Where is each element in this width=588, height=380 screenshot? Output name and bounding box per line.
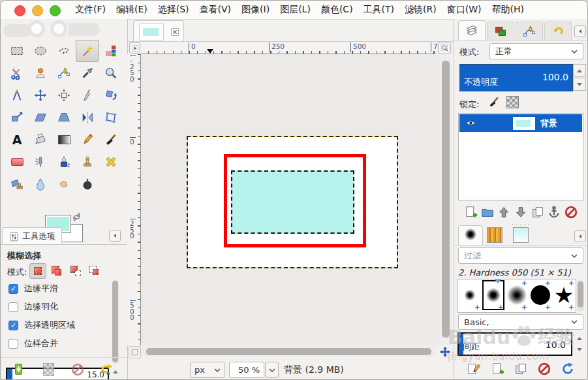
tool-shear[interactable]	[29, 106, 52, 129]
spacing-slider[interactable]: 间距 10.0	[457, 332, 572, 356]
tool-free-select[interactable]	[52, 40, 76, 62]
layer-row[interactable]: 背景	[459, 114, 582, 132]
layer-mode-dropdown[interactable]: 正常	[489, 43, 583, 59]
raise-layer-icon[interactable]	[497, 205, 511, 219]
unit-dropdown[interactable]: px	[190, 362, 225, 378]
opacity-spin-down[interactable]	[573, 78, 586, 91]
new-layer-icon[interactable]	[463, 205, 478, 219]
menu-help[interactable]: 帮助(H)	[487, 4, 529, 16]
tool-text[interactable]: A	[5, 129, 29, 151]
canvas-viewport[interactable]	[141, 54, 440, 345]
brush-soft-2[interactable]: ++	[505, 279, 529, 311]
checkbox-1[interactable]	[8, 302, 18, 312]
tool-cage-transform[interactable]	[99, 106, 123, 129]
lock-pixels-icon[interactable]	[487, 95, 501, 109]
brush-grid-scrollbar[interactable]	[577, 280, 584, 311]
horizontal-scrollbar[interactable]	[141, 346, 436, 356]
reset-tool-options-icon[interactable]	[99, 362, 115, 377]
tool-perspective-clone[interactable]	[5, 173, 29, 195]
tab-undo-history[interactable]	[544, 22, 572, 40]
brush-star-4[interactable]: ★++	[552, 279, 576, 311]
quick-mask-toggle[interactable]	[129, 346, 141, 358]
maximize-button[interactable]	[50, 5, 61, 16]
select-mode-intersect[interactable]	[86, 263, 103, 279]
tool-crop[interactable]	[76, 84, 99, 106]
lock-alpha-icon[interactable]	[506, 96, 519, 108]
tool-scissors-select[interactable]	[5, 62, 29, 84]
restore-tool-preset-icon[interactable]	[40, 362, 56, 377]
tool-options-scrollbar[interactable]	[112, 280, 119, 364]
close-button[interactable]	[14, 5, 25, 16]
new-group-icon[interactable]	[480, 205, 495, 219]
refresh-brushes-icon[interactable]	[560, 361, 576, 377]
tool-gradient[interactable]	[52, 129, 76, 151]
close-icon[interactable]	[169, 26, 180, 37]
delete-layer-icon[interactable]	[564, 205, 578, 219]
tool-clone[interactable]	[76, 151, 99, 173]
tool-perspective[interactable]	[52, 106, 76, 129]
tool-scale[interactable]	[5, 106, 29, 129]
delete-tool-preset-icon[interactable]	[70, 362, 85, 377]
menu-file[interactable]: 文件(F)	[70, 4, 111, 16]
tool-flip[interactable]	[76, 106, 99, 129]
tool-ink[interactable]	[52, 151, 76, 173]
spacing-spin-down[interactable]	[574, 345, 585, 355]
tool-eraser[interactable]	[5, 151, 29, 173]
anchor-layer-icon[interactable]	[547, 205, 561, 219]
menu-edit[interactable]: 编辑(E)	[111, 4, 153, 16]
tool-rectangle-select[interactable]	[5, 40, 29, 62]
tab-paths[interactable]	[516, 22, 543, 40]
collapse-layers-dock-button[interactable]	[574, 25, 586, 37]
tool-ellipse-select[interactable]	[29, 40, 52, 62]
brush-hard-3[interactable]: ++	[529, 279, 552, 311]
tab-tool-options[interactable]: 工具选项	[2, 227, 62, 245]
collapse-brushes-dock-button[interactable]	[574, 230, 586, 242]
tool-smudge[interactable]	[52, 173, 76, 195]
swap-colors-icon[interactable]	[71, 212, 82, 222]
tool-move[interactable]	[29, 84, 52, 106]
spacing-spin-up[interactable]	[574, 334, 585, 343]
brush-soft-1[interactable]: +	[482, 279, 505, 311]
tool-align[interactable]	[52, 84, 76, 106]
menu-image[interactable]: 图像(I)	[236, 4, 275, 16]
menu-filters[interactable]: 滤镜(R)	[399, 4, 442, 16]
tool-fuzzy-select[interactable]	[76, 40, 99, 62]
tab-gradients[interactable]	[510, 227, 531, 245]
tool-airbrush[interactable]	[29, 151, 52, 173]
tab-layers[interactable]	[458, 20, 486, 40]
visibility-eye-icon[interactable]	[465, 118, 476, 129]
tab-brushes[interactable]	[458, 225, 483, 245]
tab-patterns[interactable]	[484, 227, 505, 245]
brush-filter-input[interactable]: 过滤	[458, 247, 583, 264]
tool-paintbrush[interactable]	[99, 129, 123, 151]
tool-pencil[interactable]	[76, 129, 99, 151]
select-mode-replace[interactable]	[29, 263, 46, 279]
duplicate-layer-icon[interactable]	[531, 205, 545, 219]
image-tab[interactable]	[133, 20, 184, 42]
tab-channels[interactable]	[487, 22, 514, 40]
menu-select[interactable]: 选择(S)	[153, 4, 194, 16]
lower-layer-icon[interactable]	[514, 205, 528, 219]
tool-blur-sharpen[interactable]	[29, 173, 52, 195]
tool-foreground-select[interactable]	[29, 62, 52, 84]
opacity-spin-up[interactable]	[573, 64, 586, 77]
delete-brush-icon[interactable]	[536, 361, 552, 377]
tool-color-picker[interactable]	[76, 62, 99, 84]
new-brush-icon[interactable]	[489, 361, 505, 377]
ruler-corner-menu-button[interactable]	[129, 42, 140, 54]
zoom-input[interactable]: 50 %	[229, 362, 264, 378]
zoom-follow-window-button[interactable]	[438, 42, 451, 54]
checkbox-0[interactable]: ✓	[8, 284, 18, 294]
brush-preset-dropdown[interactable]: Basic,	[458, 314, 583, 330]
checkbox-2[interactable]: ✓	[8, 321, 18, 330]
opacity-slider[interactable]: 不透明度 100.0	[459, 64, 573, 91]
tool-rotate[interactable]	[99, 84, 123, 106]
tool-bucket-fill[interactable]	[29, 129, 52, 151]
minimize-button[interactable]	[32, 5, 43, 16]
save-tool-preset-icon[interactable]	[11, 362, 27, 377]
tool-dodge-burn[interactable]	[76, 173, 99, 195]
checkbox-3[interactable]	[8, 339, 18, 349]
zoom-dropdown-button[interactable]	[265, 362, 279, 378]
menu-layer[interactable]: 图层(L)	[275, 4, 316, 16]
tool-paths[interactable]	[52, 62, 76, 84]
